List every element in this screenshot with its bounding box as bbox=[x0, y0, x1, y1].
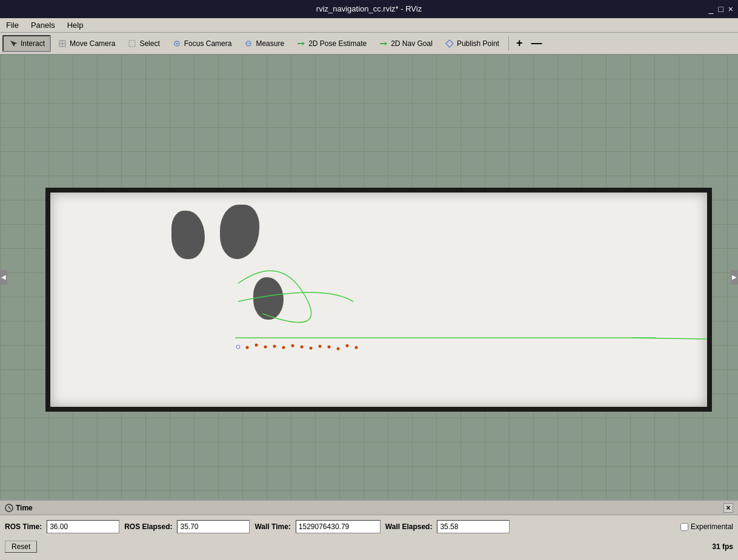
focus-icon bbox=[172, 39, 182, 48]
interact-button[interactable]: Interact bbox=[2, 35, 51, 52]
experimental-area: Experimental bbox=[680, 522, 733, 531]
wall-time-input[interactable] bbox=[296, 520, 381, 533]
status-fields: ROS Time: ROS Elapsed: Wall Time: Wall E… bbox=[0, 515, 738, 538]
interact-label: Interact bbox=[21, 39, 45, 48]
menu-file[interactable]: File bbox=[2, 19, 22, 31]
zoom-out-button[interactable]: — bbox=[527, 36, 545, 51]
publish-point-button[interactable]: Publish Point bbox=[439, 35, 505, 52]
svg-rect-3 bbox=[129, 41, 135, 47]
svg-point-44 bbox=[346, 344, 349, 348]
main-area: ◀ bbox=[0, 54, 738, 499]
svg-point-36 bbox=[273, 345, 276, 348]
svg-point-40 bbox=[310, 347, 313, 350]
toolbar-separator bbox=[508, 36, 509, 51]
window-title: rviz_navigation_cc.rviz* - RViz bbox=[316, 4, 422, 13]
ros-time-input[interactable] bbox=[47, 520, 119, 533]
pose-estimate-icon bbox=[296, 39, 306, 48]
move-camera-button[interactable]: Move Camera bbox=[52, 35, 121, 52]
wall-time-label: Wall Time: bbox=[254, 522, 290, 531]
clock-icon bbox=[5, 504, 13, 512]
viewport[interactable] bbox=[0, 54, 738, 499]
svg-point-33 bbox=[246, 346, 249, 349]
publish-point-label: Publish Point bbox=[457, 39, 499, 48]
minimize-button[interactable]: _ bbox=[709, 4, 714, 14]
select-icon bbox=[127, 39, 137, 48]
navigation-path bbox=[50, 193, 707, 407]
time-section-label: Time bbox=[16, 504, 33, 512]
move-camera-label: Move Camera bbox=[70, 39, 115, 48]
focus-camera-label: Focus Camera bbox=[184, 39, 232, 48]
status-footer: Reset 31 fps bbox=[0, 538, 738, 555]
left-panel-arrow[interactable]: ◀ bbox=[0, 270, 7, 285]
svg-point-37 bbox=[282, 346, 285, 349]
svg-point-34 bbox=[255, 344, 258, 347]
svg-point-42 bbox=[328, 346, 331, 349]
ros-elapsed-label: ROS Elapsed: bbox=[124, 522, 172, 531]
maximize-button[interactable]: □ bbox=[718, 4, 723, 14]
svg-point-35 bbox=[264, 346, 267, 349]
menu-help[interactable]: Help bbox=[64, 19, 87, 31]
measure-button[interactable]: Measure bbox=[238, 35, 290, 52]
svg-marker-9 bbox=[302, 42, 305, 45]
wall-elapsed-input[interactable] bbox=[437, 520, 510, 533]
status-bar: Time × ROS Time: ROS Elapsed: Wall Time:… bbox=[0, 499, 738, 560]
toolbar: Interact Move Camera Select Focus Camera… bbox=[0, 33, 738, 54]
map-rectangle bbox=[45, 188, 712, 412]
cursor-icon bbox=[8, 39, 18, 48]
right-panel-arrow[interactable]: ▶ bbox=[731, 270, 738, 285]
svg-point-38 bbox=[291, 344, 294, 348]
svg-point-39 bbox=[301, 346, 304, 349]
svg-point-43 bbox=[337, 348, 340, 351]
experimental-checkbox[interactable] bbox=[680, 523, 688, 531]
menu-panels[interactable]: Panels bbox=[27, 19, 59, 31]
svg-point-41 bbox=[319, 345, 322, 348]
move-icon bbox=[58, 39, 67, 48]
nav-goal-icon bbox=[379, 39, 388, 48]
title-bar: rviz_navigation_cc.rviz* - RViz _ □ × bbox=[0, 0, 738, 18]
svg-point-5 bbox=[176, 42, 178, 44]
svg-point-45 bbox=[355, 346, 358, 349]
nav-goal-button[interactable]: 2D Nav Goal bbox=[373, 35, 438, 52]
pose-estimate-button[interactable]: 2D Pose Estimate bbox=[291, 35, 372, 52]
close-button[interactable]: × bbox=[728, 4, 733, 14]
experimental-label: Experimental bbox=[691, 522, 733, 531]
select-button[interactable]: Select bbox=[122, 35, 165, 52]
svg-point-32 bbox=[236, 345, 240, 349]
svg-marker-12 bbox=[446, 40, 453, 47]
focus-camera-button[interactable]: Focus Camera bbox=[167, 35, 238, 52]
fps-display: 31 fps bbox=[712, 542, 733, 551]
map-interior bbox=[50, 193, 707, 407]
measure-icon bbox=[244, 39, 253, 48]
ros-elapsed-input[interactable] bbox=[177, 520, 250, 533]
window-controls[interactable]: _ □ × bbox=[709, 4, 733, 14]
measure-label: Measure bbox=[256, 39, 284, 48]
pose-estimate-label: 2D Pose Estimate bbox=[308, 39, 367, 48]
ros-time-label: ROS Time: bbox=[5, 522, 42, 531]
status-close-button[interactable]: × bbox=[723, 503, 733, 513]
menu-bar: File Panels Help bbox=[0, 18, 738, 33]
reset-button[interactable]: Reset bbox=[5, 541, 37, 553]
svg-marker-11 bbox=[385, 42, 387, 45]
nav-goal-label: 2D Nav Goal bbox=[391, 39, 433, 48]
svg-line-49 bbox=[9, 508, 11, 509]
publish-point-icon bbox=[445, 39, 454, 48]
zoom-in-button[interactable]: + bbox=[513, 36, 527, 51]
svg-line-46 bbox=[632, 338, 707, 339]
wall-elapsed-label: Wall Elapsed: bbox=[385, 522, 433, 531]
select-label: Select bbox=[139, 39, 159, 48]
status-header: Time × bbox=[0, 501, 738, 515]
